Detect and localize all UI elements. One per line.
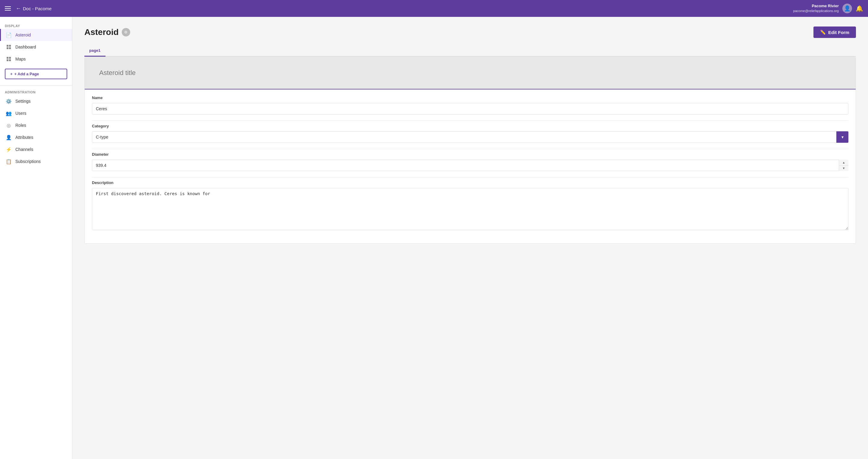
app-title: Doc - Pacome <box>23 6 52 11</box>
field-textarea-description[interactable]: First discovered asteroid. Ceres is know… <box>92 188 848 230</box>
page-title: Asteroid <box>84 27 119 37</box>
top-nav: ← Doc - Pacome Pacome Rivier pacome@reli… <box>0 0 868 17</box>
field-group-name: Name <box>92 96 848 114</box>
tabs-bar: page1 <box>84 45 856 57</box>
svg-rect-2 <box>7 47 8 49</box>
edit-form-button[interactable]: ✏️ Edit Form <box>813 27 856 38</box>
hamburger-menu[interactable] <box>5 6 11 10</box>
field-label-diameter: Diameter <box>92 149 848 158</box>
add-page-button[interactable]: + + Add a Page <box>5 69 67 79</box>
main-content: Asteroid ⚙ ✏️ Edit Form page1 Name <box>72 17 868 459</box>
field-label-description: Description <box>92 177 848 186</box>
field-group-category: Category C-type S-type M-type B-type ▾ <box>92 121 848 143</box>
page-header: Asteroid ⚙ ✏️ Edit Form <box>84 27 856 38</box>
admin-section-label: Administration <box>0 88 72 95</box>
display-section-label: Display <box>0 22 72 29</box>
tab-page1-label: page1 <box>89 48 101 53</box>
notification-bell-icon[interactable]: 🔔 <box>856 5 863 12</box>
number-spinners: ▲ ▼ <box>839 160 848 171</box>
sidebar-item-attributes[interactable]: 👤 Attributes <box>0 131 72 143</box>
svg-rect-6 <box>7 59 8 61</box>
edit-form-label: Edit Form <box>828 30 849 35</box>
sidebar-item-roles[interactable]: ◎ Roles <box>0 119 72 131</box>
form-title-input[interactable] <box>92 63 848 83</box>
svg-rect-7 <box>9 59 11 61</box>
svg-rect-3 <box>9 47 11 49</box>
sidebar-item-label-asteroid: Asteroid <box>16 33 31 37</box>
field-input-diameter[interactable] <box>92 160 848 171</box>
avatar[interactable]: 👤 <box>842 4 852 13</box>
channels-icon: ⚡ <box>6 146 12 153</box>
sidebar-item-channels[interactable]: ⚡ Channels <box>0 143 72 155</box>
sidebar-item-settings[interactable]: ⚙️ Settings <box>0 95 72 107</box>
plus-icon: + <box>10 72 13 76</box>
diameter-number-wrapper: ▲ ▼ <box>92 160 848 171</box>
sidebar-item-label-roles: Roles <box>16 123 26 128</box>
form-fields: Name Category C-type S-type M-type B-typ… <box>85 90 856 243</box>
sidebar-item-subscriptions[interactable]: 📋 Subscriptions <box>0 155 72 167</box>
sidebar-item-label-attributes: Attributes <box>16 135 33 140</box>
sidebar: Display 📄 Asteroid Dashboard Maps + + Ad… <box>0 17 72 459</box>
sidebar-item-label-users: Users <box>16 111 27 116</box>
field-label-category: Category <box>92 121 848 130</box>
field-input-name[interactable] <box>92 103 848 114</box>
users-icon: 👥 <box>6 110 12 116</box>
sidebar-item-users[interactable]: 👥 Users <box>0 107 72 119</box>
sidebar-item-dashboard[interactable]: Dashboard <box>0 41 72 53</box>
attributes-icon: 👤 <box>6 134 12 140</box>
edit-pen-icon: ✏️ <box>820 30 826 35</box>
category-select-wrapper: C-type S-type M-type B-type ▾ <box>92 131 848 143</box>
field-group-description: Description First discovered asteroid. C… <box>92 177 848 231</box>
field-group-diameter: Diameter ▲ ▼ <box>92 149 848 171</box>
back-arrow-icon: ← <box>16 5 21 12</box>
svg-rect-5 <box>9 57 11 59</box>
subscriptions-icon: 📋 <box>6 158 12 164</box>
sidebar-item-label-channels: Channels <box>16 147 33 152</box>
field-label-name: Name <box>92 96 848 101</box>
title-settings-icon[interactable]: ⚙ <box>122 28 130 36</box>
spinner-down-button[interactable]: ▼ <box>839 166 848 171</box>
sidebar-item-maps[interactable]: Maps <box>0 53 72 65</box>
user-info: Pacome Rivier pacome@reliefapplications.… <box>793 3 839 13</box>
add-page-label: + Add a Page <box>14 72 39 76</box>
sidebar-item-label-subscriptions: Subscriptions <box>16 159 41 164</box>
svg-rect-1 <box>9 45 11 47</box>
tab-page1[interactable]: page1 <box>84 45 105 57</box>
dashboard-icon <box>6 44 12 50</box>
roles-icon: ◎ <box>6 122 12 128</box>
maps-icon <box>6 56 12 62</box>
form-card: Name Category C-type S-type M-type B-typ… <box>84 57 856 244</box>
svg-rect-4 <box>7 57 8 59</box>
user-name: Pacome Rivier <box>793 3 839 9</box>
settings-icon: ⚙️ <box>6 98 12 104</box>
sidebar-item-label-dashboard: Dashboard <box>16 44 36 50</box>
user-email: pacome@reliefapplications.org <box>793 9 839 13</box>
sidebar-item-asteroid[interactable]: 📄 Asteroid <box>0 29 72 41</box>
sidebar-item-label-maps: Maps <box>16 57 26 61</box>
sidebar-item-label-settings: Settings <box>16 99 31 104</box>
page-title-area: Asteroid ⚙ <box>84 27 130 37</box>
form-title-bar <box>85 57 856 90</box>
spinner-up-button[interactable]: ▲ <box>839 160 848 166</box>
field-select-category[interactable]: C-type S-type M-type B-type <box>92 131 848 143</box>
back-button[interactable]: ← Doc - Pacome <box>16 5 52 12</box>
asteroid-icon: 📄 <box>6 32 12 38</box>
svg-rect-0 <box>7 45 8 47</box>
